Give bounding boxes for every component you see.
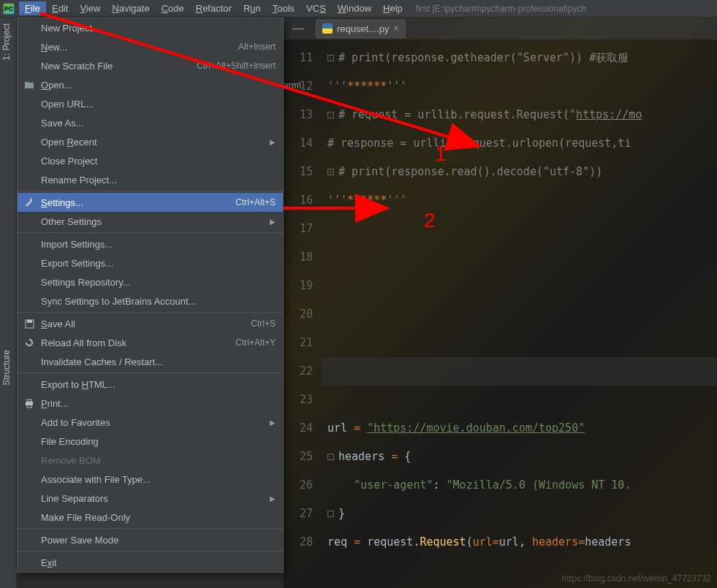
menu-item-label: Invalidate Caches / Restart... [41,356,163,367]
code-line[interactable] [322,272,717,300]
menu-item-settings-repository[interactable]: Settings Repository... [18,272,283,291]
menu-item-label: Export Settings... [41,258,113,269]
line-number: 21 [284,329,313,357]
sidebar-tab-project[interactable]: 1: Project [0,18,13,66]
menu-item-import-settings[interactable]: Import Settings... [18,234,283,253]
menu-item-remove-bom: Remove BOM [18,451,283,470]
menu-item-associate-with-file-type[interactable]: Associate with File Type... [18,470,283,489]
menu-item-label: Rename Project... [41,175,117,186]
code-line[interactable] [322,300,717,329]
menu-item-settings[interactable]: Settings...Ctrl+Alt+S [18,193,283,212]
menu-item-label: Add to Favorites [41,417,110,428]
menu-vcs[interactable]: VCS [300,1,332,15]
menu-item-label: Import Settings... [41,239,113,250]
menu-item-label: Power Save Mode [41,535,118,546]
code-line[interactable]: '''******''' [322,72,717,101]
editor-area: — requset....py × 1112131415161718192021… [284,18,717,588]
menu-item-label: New Project... [41,23,100,34]
menu-item-make-file-read-only[interactable]: Make File Read-Only [18,508,283,527]
code-line[interactable]: url = "https://movie.douban.com/top250" [322,414,717,443]
print-icon [23,397,35,409]
code-line[interactable]: -# request = urllib.request.Request("htt… [322,101,717,129]
menu-separator [18,373,283,373]
save-icon [23,318,35,329]
shortcut-label: Ctrl+Alt+Shift+Insert [197,61,276,71]
menu-item-open-url[interactable]: Open URL... [18,94,283,113]
menu-separator [18,551,283,551]
line-number: 24 [284,414,313,443]
code-line[interactable]: '''******''' [322,186,717,215]
menu-item-label: File Encoding [41,436,99,447]
menu-item-label: Other Settings [41,216,102,227]
code-line[interactable] [322,329,717,357]
menu-code[interactable]: Code [156,1,190,15]
code-line[interactable] [322,215,717,243]
menu-item-export-settings[interactable]: Export Settings... [18,253,283,272]
line-number-gutter: 111213141516171819202122232425262728 [284,44,322,557]
collapse-icon[interactable]: — [287,22,310,35]
file-tab[interactable]: requset....py × [316,20,406,38]
menu-run[interactable]: Run [238,1,267,15]
menu-refactor[interactable]: Refactor [190,1,238,15]
menu-item-label: Save All [41,318,75,329]
menu-item-invalidate-caches-restart[interactable]: Invalidate Caches / Restart... [18,352,283,371]
menu-item-sync-settings-to-jetbrains-account[interactable]: Sync Settings to JetBrains Account... [18,291,283,310]
menu-window[interactable]: Window [332,1,377,15]
close-tab-icon[interactable]: × [394,23,399,34]
submenu-arrow-icon: ▶ [270,138,276,146]
menu-item-label: Reload All from Disk [41,337,126,348]
menu-item-add-to-favorites[interactable]: Add to Favorites▶ [18,413,283,432]
menu-item-open-recent[interactable]: Open Recent▶ [18,132,283,151]
submenu-arrow-icon: ▶ [270,218,276,226]
code-line[interactable] [322,386,717,414]
menu-separator [18,191,283,191]
menu-navigate[interactable]: Navigate [106,1,155,15]
shortcut-label: Ctrl+Alt+Y [235,337,276,348]
menu-item-other-settings[interactable]: Other Settings▶ [18,212,283,231]
menu-item-open[interactable]: Open... [18,75,283,94]
code-line[interactable]: req = request.Request(url=url, headers=h… [322,528,717,557]
sidebar-tab-structure[interactable]: Structure [0,344,13,392]
menu-item-save-as[interactable]: Save As... [18,113,283,132]
line-number: 25 [284,443,313,471]
menu-item-label: Line Separators [41,493,108,504]
menu-view[interactable]: View [74,1,106,15]
menubar: PC FileEditViewNavigateCodeRefactorRunTo… [0,0,717,18]
menu-item-file-encoding[interactable]: File Encoding [18,432,283,451]
menu-help[interactable]: Help [377,1,409,15]
code-line[interactable]: "user-agent": "Mozilla/5.0 (Windows NT 1… [322,471,717,500]
code-line[interactable]: } [322,500,717,528]
code-line[interactable]: +# print(response.read().decode("utf-8")… [322,158,717,186]
menu-item-close-project[interactable]: Close Project [18,151,283,170]
code-lines[interactable]: -# print(response.getheader("Server")) #… [322,44,717,557]
menu-item-reload-all-from-disk[interactable]: Reload All from DiskCtrl+Alt+Y [18,333,283,352]
code-line[interactable]: -# print(response.getheader("Server")) #… [322,44,717,72]
left-sidebar: 1: Project Structure [0,18,17,588]
menu-item-label: New Scratch File [41,61,113,72]
code-area[interactable]: 111213141516171819202122232425262728 -# … [284,39,717,557]
menu-item-label: Export to HTML... [41,379,115,390]
breadcrumb-fragment: arm\ [284,80,301,91]
line-number: 14 [284,129,313,158]
menu-tools[interactable]: Tools [267,1,300,15]
code-line[interactable] [322,243,717,272]
line-number: 27 [284,500,313,528]
line-number: 26 [284,471,313,500]
menu-item-save-all[interactable]: Save AllCtrl+S [18,314,283,333]
menu-item-label: Open Recent [41,137,97,148]
menu-item-power-save-mode[interactable]: Power Save Mode [18,530,283,549]
menu-item-print[interactable]: Print... [18,394,283,413]
menu-item-rename-project[interactable]: Rename Project... [18,170,283,189]
code-line[interactable]: -headers = { [322,443,717,471]
menu-item-export-to-html[interactable]: Export to HTML... [18,375,283,394]
menu-edit[interactable]: Edit [46,1,74,15]
code-line[interactable]: # response = urllib.request.urlopen(requ… [322,129,717,158]
menu-item-new-scratch-file[interactable]: New Scratch FileCtrl+Alt+Shift+Insert [18,56,283,75]
menu-item-new[interactable]: New...Alt+Insert [18,37,283,56]
line-number: 16 [284,186,313,215]
menu-item-exit[interactable]: Exit [18,553,283,572]
code-line[interactable] [322,357,717,386]
menu-item-new-project[interactable]: New Project... [18,18,283,37]
menu-item-line-separators[interactable]: Line Separators▶ [18,489,283,508]
menu-file[interactable]: File [19,1,46,15]
